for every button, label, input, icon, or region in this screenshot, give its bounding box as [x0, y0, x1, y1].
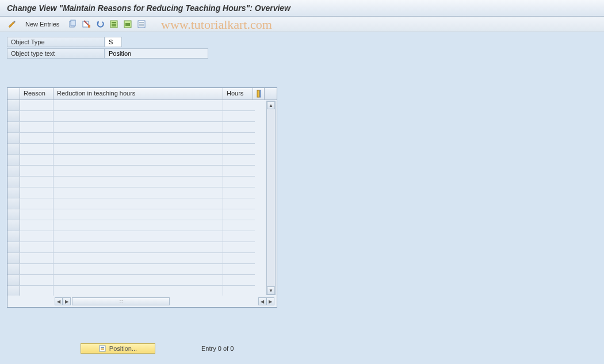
table-row[interactable]: [7, 286, 255, 296]
cell-reason[interactable]: [20, 144, 53, 154]
row-selector[interactable]: [7, 264, 20, 274]
table-row[interactable]: [7, 144, 255, 155]
cell-reduction[interactable]: [53, 177, 223, 187]
table-row[interactable]: [7, 242, 255, 253]
cell-reduction[interactable]: [53, 264, 223, 274]
cell-reduction[interactable]: [53, 275, 223, 285]
select-block-icon[interactable]: [123, 19, 133, 29]
cell-reduction[interactable]: [53, 187, 223, 198]
cell-hours[interactable]: [223, 144, 253, 154]
row-selector[interactable]: [7, 286, 20, 296]
row-selector[interactable]: [7, 220, 20, 231]
cell-reason[interactable]: [20, 133, 53, 143]
copy-as-icon[interactable]: [67, 19, 78, 29]
cell-reason[interactable]: [20, 209, 53, 220]
toggle-display-change-icon[interactable]: [7, 19, 17, 29]
row-selector[interactable]: [7, 155, 20, 165]
cell-hours[interactable]: [223, 155, 253, 165]
position-button[interactable]: Position...: [81, 343, 155, 354]
row-selector[interactable]: [7, 144, 20, 154]
cell-reduction[interactable]: [53, 100, 223, 110]
cell-reason[interactable]: [20, 187, 53, 198]
cell-hours[interactable]: [223, 166, 253, 176]
cell-hours[interactable]: [223, 122, 253, 132]
cell-reason[interactable]: [20, 253, 53, 263]
cell-reason[interactable]: [20, 264, 53, 274]
cell-reduction[interactable]: [53, 122, 223, 132]
cell-reduction[interactable]: [53, 231, 223, 242]
cell-reduction[interactable]: [53, 242, 223, 252]
table-row[interactable]: [7, 100, 255, 111]
table-configure-icon[interactable]: [253, 88, 265, 99]
table-row[interactable]: [7, 166, 255, 177]
row-selector[interactable]: [7, 253, 20, 263]
table-row[interactable]: [7, 231, 255, 242]
cell-reason[interactable]: [20, 220, 53, 231]
deselect-all-icon[interactable]: [136, 19, 147, 29]
row-selector[interactable]: [7, 209, 20, 220]
table-row[interactable]: [7, 253, 255, 264]
cell-reduction[interactable]: [53, 111, 223, 121]
cell-reduction[interactable]: [53, 198, 223, 209]
table-row[interactable]: [7, 187, 255, 198]
row-selector[interactable]: [7, 242, 20, 252]
header-selector-cell[interactable]: [7, 88, 20, 99]
cell-hours[interactable]: [223, 100, 253, 110]
cell-reduction[interactable]: [53, 286, 223, 296]
row-selector[interactable]: [7, 231, 20, 242]
scroll-left-button[interactable]: ◀: [55, 297, 63, 305]
cell-reason[interactable]: [20, 231, 53, 242]
cell-reason[interactable]: [20, 166, 53, 176]
table-row[interactable]: [7, 209, 255, 220]
scroll-right-end-button[interactable]: ▶: [266, 297, 274, 305]
table-row[interactable]: [7, 155, 255, 166]
column-header-reason[interactable]: Reason: [20, 88, 53, 99]
select-all-icon[interactable]: [109, 19, 119, 29]
cell-hours[interactable]: [223, 198, 253, 209]
cell-hours[interactable]: [223, 275, 253, 285]
cell-hours[interactable]: [223, 111, 253, 121]
hscroll-track[interactable]: ∷: [72, 297, 170, 305]
cell-reason[interactable]: [20, 155, 53, 165]
cell-reduction[interactable]: [53, 209, 223, 220]
cell-reason[interactable]: [20, 177, 53, 187]
cell-reason[interactable]: [20, 242, 53, 252]
cell-hours[interactable]: [223, 264, 253, 274]
cell-reduction[interactable]: [53, 155, 223, 165]
cell-reduction[interactable]: [53, 133, 223, 143]
object-type-input[interactable]: S: [105, 37, 122, 47]
row-selector[interactable]: [7, 198, 20, 209]
row-selector[interactable]: [7, 111, 20, 121]
cell-reason[interactable]: [20, 122, 53, 132]
scroll-down-button[interactable]: ▼: [267, 286, 275, 294]
table-row[interactable]: [7, 111, 255, 122]
cell-reduction[interactable]: [53, 220, 223, 231]
cell-reason[interactable]: [20, 100, 53, 110]
cell-hours[interactable]: [223, 209, 253, 220]
cell-hours[interactable]: [223, 187, 253, 198]
new-entries-button[interactable]: New Entries: [22, 20, 63, 29]
cell-hours[interactable]: [223, 220, 253, 231]
table-row[interactable]: [7, 275, 255, 286]
cell-reduction[interactable]: [53, 144, 223, 154]
cell-hours[interactable]: [223, 231, 253, 242]
hscroll-thumb[interactable]: ∷: [72, 298, 169, 305]
table-row[interactable]: [7, 133, 255, 144]
cell-reason[interactable]: [20, 275, 53, 285]
cell-hours[interactable]: [223, 253, 253, 263]
row-selector[interactable]: [7, 100, 20, 110]
cell-hours[interactable]: [223, 286, 253, 296]
row-selector[interactable]: [7, 275, 20, 285]
scroll-up-button[interactable]: ▲: [267, 101, 275, 109]
table-row[interactable]: [7, 122, 255, 133]
cell-reason[interactable]: [20, 111, 53, 121]
row-selector[interactable]: [7, 133, 20, 143]
table-row[interactable]: [7, 198, 255, 209]
scroll-left-end-button[interactable]: ◀: [258, 297, 266, 305]
row-selector[interactable]: [7, 177, 20, 187]
cell-reduction[interactable]: [53, 166, 223, 176]
undo-change-icon[interactable]: [95, 19, 105, 29]
row-selector[interactable]: [7, 166, 20, 176]
scroll-right-inner-button[interactable]: ▶: [63, 297, 71, 305]
cell-hours[interactable]: [223, 133, 253, 143]
